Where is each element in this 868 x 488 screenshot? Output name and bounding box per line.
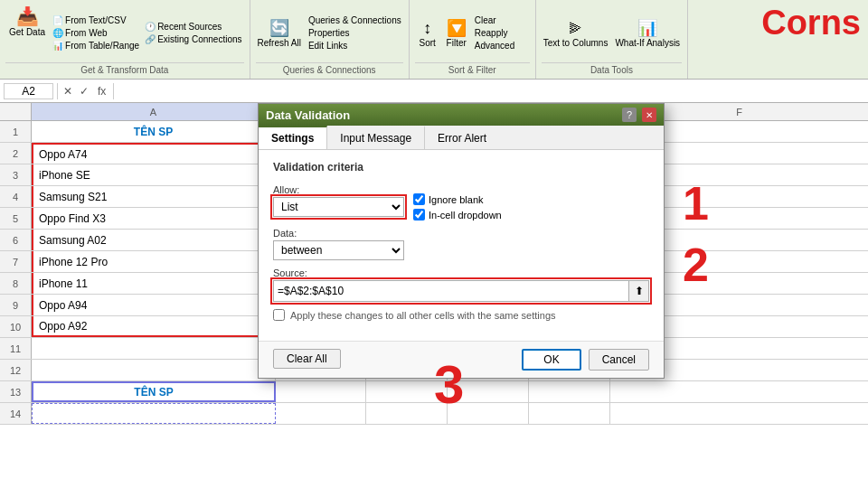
- source-input[interactable]: =$A$2:$A$10: [274, 283, 628, 299]
- row-num: 1: [0, 121, 32, 142]
- reapply-button[interactable]: Reapply: [473, 27, 516, 39]
- formula-bar-divider: [57, 83, 58, 99]
- ribbon: 📥 Get Data 📄 From Text/CSV 🌐 From Web 📊 …: [0, 0, 868, 80]
- cell-a14[interactable]: [32, 403, 276, 424]
- tab-input-message[interactable]: Input Message: [327, 126, 425, 149]
- refresh-all-icon: 🔄: [269, 18, 289, 38]
- cancel-formula-icon[interactable]: ✕: [61, 85, 74, 98]
- formula-input[interactable]: [118, 84, 864, 99]
- recent-sources-button[interactable]: 🕐 Recent Sources: [143, 21, 243, 33]
- source-collapse-button[interactable]: ⬆: [628, 281, 648, 301]
- from-table-button[interactable]: 📊 From Table/Range: [51, 40, 141, 52]
- cell-a2[interactable]: Oppo A74: [32, 143, 276, 164]
- recent-sources-icon: 🕐: [145, 22, 156, 32]
- dialog-footer: Clear All OK Cancel: [259, 341, 664, 378]
- cell-f14[interactable]: [610, 403, 868, 424]
- cell-a5[interactable]: Oppo Find X3: [32, 208, 276, 229]
- cell-a1[interactable]: TÊN SP: [32, 121, 276, 142]
- what-if-button[interactable]: 📊 What-If Analysis: [613, 16, 682, 50]
- from-web-button[interactable]: 🌐 From Web: [51, 27, 141, 39]
- cell-c13[interactable]: [366, 381, 448, 402]
- cell-a8[interactable]: iPhone 11: [32, 273, 276, 294]
- data-row: Data: between: [273, 228, 649, 260]
- row-num: 6: [0, 230, 32, 250]
- validation-criteria-label: Validation criteria: [273, 161, 649, 174]
- ignore-blank-checkbox[interactable]: [413, 193, 425, 205]
- queries-connections-button[interactable]: Queries & Connections: [307, 14, 403, 26]
- tab-error-alert[interactable]: Error Alert: [425, 126, 499, 149]
- footer-left: Clear All: [273, 349, 341, 371]
- from-text-csv-button[interactable]: 📄 From Text/CSV: [51, 14, 141, 26]
- row-num: 5: [0, 208, 32, 229]
- refresh-all-label: Refresh All: [258, 38, 301, 48]
- filter-button[interactable]: 🔽 Filter: [444, 16, 469, 50]
- cell-c14[interactable]: [366, 403, 448, 424]
- cell-a9[interactable]: Oppo A94: [32, 295, 276, 315]
- cell-d14[interactable]: [448, 403, 529, 424]
- allow-row: Allow: List Ignore blank: [273, 181, 649, 221]
- cell-b14[interactable]: [276, 403, 366, 424]
- cell-e14[interactable]: [529, 403, 610, 424]
- cell-d13[interactable]: [448, 381, 529, 402]
- table-row: 13 TÊN SP: [0, 381, 868, 403]
- data-tools-group-label: Data Tools: [542, 62, 682, 75]
- cancel-button[interactable]: Cancel: [589, 349, 649, 371]
- text-to-columns-button[interactable]: ⫸ Text to Columns: [542, 17, 610, 50]
- cell-a6[interactable]: Samsung A02: [32, 230, 276, 250]
- cell-a13[interactable]: TÊN SP: [32, 381, 276, 402]
- cell-a3[interactable]: iPhone SE: [32, 164, 276, 185]
- get-data-icon: 📥: [16, 5, 39, 27]
- queries-group-label: Queries & Connections: [256, 62, 403, 75]
- cell-reference-box[interactable]: [4, 83, 53, 99]
- in-cell-dropdown-checkbox[interactable]: [413, 209, 425, 221]
- clear-all-button[interactable]: Clear All: [273, 349, 341, 369]
- edit-links-button[interactable]: Edit Links: [307, 40, 403, 52]
- formula-bar-divider2: [113, 83, 114, 99]
- row-num: 9: [0, 295, 32, 315]
- cell-a4[interactable]: Samsung S21: [32, 186, 276, 207]
- apply-checkbox[interactable]: [273, 309, 285, 321]
- cell-a11[interactable]: [32, 338, 276, 359]
- cell-f13[interactable]: [610, 381, 868, 402]
- cell-a12[interactable]: [32, 360, 276, 380]
- get-transform-group-label: Get & Transform Data: [5, 62, 244, 75]
- checkbox-group: Ignore blank In-cell dropdown: [413, 193, 502, 221]
- data-validation-dialog: Data Validation ? ✕ Settings Input Messa…: [258, 103, 665, 379]
- get-data-button[interactable]: 📥 Get Data: [5, 4, 49, 62]
- data-dropdown[interactable]: between: [273, 240, 404, 260]
- ribbon-group-queries: 🔄 Refresh All Queries & Connections Prop…: [250, 0, 410, 79]
- dialog-help-button[interactable]: ?: [622, 108, 637, 122]
- row-num: 13: [0, 381, 32, 402]
- footer-right: OK Cancel: [522, 349, 649, 371]
- cell-b13[interactable]: [276, 381, 366, 402]
- clear-button[interactable]: Clear: [473, 14, 516, 26]
- existing-connections-icon: 🔗: [145, 34, 156, 44]
- confirm-formula-icon[interactable]: ✓: [78, 85, 90, 98]
- row-num: 11: [0, 338, 32, 359]
- properties-button[interactable]: Properties: [307, 27, 403, 39]
- cell-a7[interactable]: iPhone 12 Pro: [32, 251, 276, 272]
- cell-a10[interactable]: Oppo A92: [32, 316, 276, 337]
- spreadsheet-container: A B C D E F 1 TÊN SP 2 Oppo A74 Oppo 3 i…: [0, 103, 868, 425]
- sort-button[interactable]: ↕️ Sort: [415, 17, 440, 50]
- dialog-body: Validation criteria Allow: List: [259, 150, 664, 341]
- ribbon-group-get-data: 📥 Get Data 📄 From Text/CSV 🌐 From Web 📊 …: [0, 0, 250, 79]
- allow-label: Allow:: [273, 184, 404, 195]
- refresh-all-button[interactable]: 🔄 Refresh All: [256, 16, 303, 50]
- formula-bar: ✕ ✓ fx: [0, 80, 868, 103]
- ok-button[interactable]: OK: [522, 349, 580, 371]
- filter-icon: 🔽: [447, 18, 467, 38]
- dialog-close-button[interactable]: ✕: [642, 108, 656, 122]
- existing-connections-button[interactable]: 🔗 Existing Connections: [143, 33, 243, 45]
- tab-settings[interactable]: Settings: [259, 126, 327, 149]
- cell-e13[interactable]: [529, 381, 610, 402]
- row-num: 12: [0, 360, 32, 380]
- allow-dropdown[interactable]: List: [273, 197, 404, 217]
- row-num: 14: [0, 403, 32, 424]
- data-label: Data:: [273, 228, 649, 239]
- col-header-a[interactable]: A: [32, 103, 276, 120]
- advanced-button[interactable]: Advanced: [473, 40, 516, 52]
- sort-icon: ↕️: [423, 19, 431, 38]
- insert-function-icon[interactable]: fx: [94, 85, 109, 98]
- apply-row: Apply these changes to all other cells w…: [273, 309, 649, 321]
